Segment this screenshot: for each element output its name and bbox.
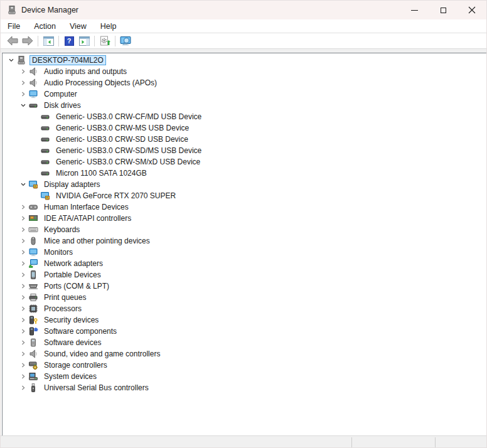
chevron-right-icon[interactable] <box>18 349 28 359</box>
chevron-right-icon[interactable] <box>18 67 28 77</box>
tree-item[interactable]: Software components <box>3 326 486 337</box>
tree-item[interactable]: Generic- USB3.0 CRW-MS USB Device <box>3 122 486 134</box>
tree-item[interactable]: Print queues <box>3 292 486 303</box>
tree-item[interactable]: Keyboards <box>3 224 486 235</box>
tree-item[interactable]: Monitors <box>3 247 486 258</box>
chevron-right-icon[interactable] <box>18 202 28 212</box>
tree-item[interactable]: DESKTOP-704ML2O <box>3 55 486 66</box>
tree-item[interactable]: Software devices <box>3 337 486 348</box>
chevron-right-icon[interactable] <box>18 304 28 314</box>
tree-item[interactable]: Sound, video and game controllers <box>3 348 486 360</box>
disk-icon <box>40 112 50 122</box>
chevron-right-icon[interactable] <box>18 371 28 381</box>
forward-button[interactable] <box>20 34 35 48</box>
tree-item[interactable]: Audio inputs and outputs <box>3 66 486 77</box>
tree-item-label: Portable Devices <box>41 270 104 280</box>
gear-green-arrow-icon <box>99 35 111 46</box>
tree-item[interactable]: Generic- USB3.0 CRW-SD/MS USB Device <box>3 145 486 156</box>
device-manager-window: Device Manager File Action View Help <box>0 0 487 448</box>
show-action-pane-button[interactable] <box>77 34 92 48</box>
menu-file[interactable]: File <box>3 21 25 32</box>
tree-item[interactable]: Computer <box>3 88 486 100</box>
chevron-spacer <box>30 123 40 133</box>
chevron-spacer <box>30 112 40 122</box>
menu-action[interactable]: Action <box>29 21 61 32</box>
chevron-right-icon[interactable] <box>18 281 28 291</box>
disk-icon <box>40 123 50 133</box>
tree-item-label: NVIDIA GeForce RTX 2070 SUPER <box>53 191 178 201</box>
storage-icon <box>28 360 38 370</box>
tree-item[interactable]: Ports (COM & LPT) <box>3 280 486 292</box>
chevron-right-icon[interactable] <box>18 326 28 336</box>
tree-item[interactable]: Disk drives <box>3 100 486 111</box>
device-tree: DESKTOP-704ML2OAudio inputs and outputsA… <box>2 53 486 435</box>
chevron-down-icon[interactable] <box>6 55 16 65</box>
status-bar-divider <box>351 437 352 447</box>
tree-item-label: Network adapters <box>41 259 105 269</box>
device-manager-app-icon <box>7 5 17 15</box>
tree-item[interactable]: Network adapters <box>3 258 486 269</box>
tree-item-label: DESKTOP-704ML2O <box>29 55 106 65</box>
chevron-right-icon[interactable] <box>18 270 28 280</box>
tree-item-label: Display adapters <box>41 179 102 189</box>
toolbar-separator <box>94 36 95 46</box>
tree-item[interactable]: Display adapters <box>3 179 486 190</box>
software-component-icon <box>28 326 38 336</box>
tree-item[interactable]: Storage controllers <box>3 360 486 371</box>
chevron-right-icon[interactable] <box>18 213 28 223</box>
scan-hardware-changes-button[interactable] <box>97 34 112 48</box>
tree-item[interactable]: Generic- USB3.0 CRW-SD USB Device <box>3 134 486 145</box>
chevron-right-icon[interactable] <box>18 89 28 99</box>
tree-item[interactable]: Micron 1100 SATA 1024GB <box>3 168 486 179</box>
chevron-right-icon[interactable] <box>18 338 28 348</box>
tree-item[interactable]: Audio Processing Objects (APOs) <box>3 77 486 88</box>
chevron-right-icon[interactable] <box>18 236 28 246</box>
disk-icon <box>40 168 50 178</box>
tree-item[interactable]: Human Interface Devices <box>3 201 486 213</box>
chevron-right-icon[interactable] <box>18 360 28 370</box>
maximize-button[interactable] <box>429 1 458 19</box>
tree-item-label: Storage controllers <box>41 360 110 370</box>
tree-item[interactable]: System devices <box>3 371 486 382</box>
chevron-right-icon[interactable] <box>18 315 28 325</box>
tree-item[interactable]: IDE ATA/ATAPI controllers <box>3 213 486 224</box>
chevron-right-icon[interactable] <box>18 225 28 235</box>
tree-item[interactable]: NVIDIA GeForce RTX 2070 SUPER <box>3 190 486 201</box>
display-icon <box>40 191 50 201</box>
title-bar[interactable]: Device Manager <box>1 1 486 19</box>
tree-item-label: Disk drives <box>41 100 83 110</box>
back-button[interactable] <box>5 34 20 48</box>
portable-icon <box>28 270 38 280</box>
menu-view[interactable]: View <box>65 21 92 32</box>
chevron-right-icon[interactable] <box>18 247 28 257</box>
chevron-spacer <box>30 191 40 201</box>
search-computer-button[interactable] <box>118 34 133 48</box>
tree-item[interactable]: Generic- USB3.0 CRW-SM/xD USB Device <box>3 156 486 168</box>
menu-help[interactable]: Help <box>95 21 122 32</box>
back-arrow-icon <box>6 35 19 46</box>
forward-arrow-icon <box>21 35 34 46</box>
tree-item-label: Micron 1100 SATA 1024GB <box>53 168 149 178</box>
mouse-icon <box>28 236 38 246</box>
close-button[interactable] <box>458 1 486 19</box>
tree-item[interactable]: Processors <box>3 303 486 314</box>
chevron-right-icon[interactable] <box>18 383 28 393</box>
disk-icon <box>40 157 50 167</box>
close-icon <box>468 6 476 14</box>
tree-item[interactable]: Generic- USB3.0 CRW-CF/MD USB Device <box>3 111 486 122</box>
show-console-tree-button[interactable] <box>41 34 56 48</box>
tree-item[interactable]: Mice and other pointing devices <box>3 235 486 247</box>
chevron-down-icon[interactable] <box>18 100 28 110</box>
chevron-down-icon[interactable] <box>18 179 28 189</box>
minimize-button[interactable] <box>400 1 429 19</box>
ports-icon <box>28 281 38 291</box>
chevron-right-icon[interactable] <box>18 292 28 302</box>
tree-item[interactable]: Security devices <box>3 314 486 326</box>
status-bar <box>1 435 486 447</box>
chevron-right-icon[interactable] <box>18 259 28 269</box>
tree-item[interactable]: Portable Devices <box>3 269 486 280</box>
tree-item[interactable]: Universal Serial Bus controllers <box>3 382 486 393</box>
chevron-right-icon[interactable] <box>18 78 28 88</box>
help-button[interactable]: ? <box>62 34 77 48</box>
window-title: Device Manager <box>21 6 400 14</box>
